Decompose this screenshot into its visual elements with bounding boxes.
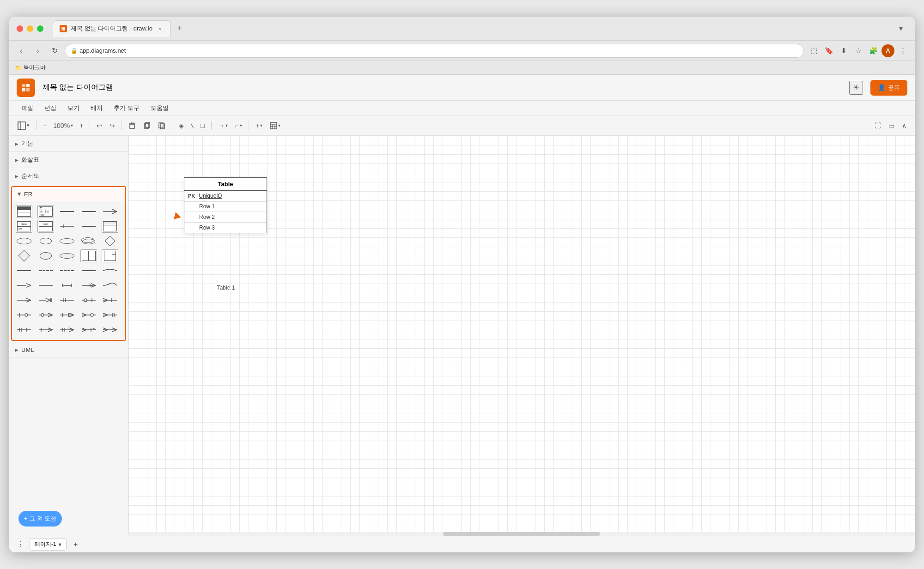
er-crow12[interactable]: [37, 323, 54, 336]
zoom-level[interactable]: 100% ▾: [50, 119, 76, 133]
er-oval2[interactable]: [37, 235, 54, 248]
table-button[interactable]: ▾: [267, 119, 283, 133]
fit-screen-button[interactable]: ⛶: [872, 119, 884, 133]
er-connector-line3[interactable]: [102, 205, 118, 218]
collapse-button[interactable]: ∧: [899, 119, 909, 133]
er-crow14[interactable]: [80, 323, 97, 336]
back-button[interactable]: ‹: [15, 44, 28, 57]
er-table-row-1[interactable]: Row 1: [184, 201, 267, 212]
share-button[interactable]: 👤 공유: [870, 80, 907, 96]
er-connector-line1[interactable]: [59, 205, 75, 218]
zoom-in-button[interactable]: +: [77, 119, 86, 133]
er-shape-table2[interactable]: T pkid row: [37, 205, 54, 218]
horizontal-scrollbar[interactable]: [128, 532, 915, 536]
menu-icon[interactable]: ⋮: [896, 44, 909, 57]
menu-view[interactable]: 보기: [63, 102, 84, 114]
delete-button[interactable]: [126, 119, 139, 133]
extension-icon[interactable]: 🧩: [867, 44, 880, 57]
er-shape-page[interactable]: [102, 249, 118, 262]
er-shape-table1[interactable]: [16, 205, 32, 218]
download-icon[interactable]: ⬇: [837, 44, 850, 57]
er-shape-entity2[interactable]: Item: [37, 220, 54, 233]
tab-close-button[interactable]: ×: [156, 25, 164, 32]
copy-style-button[interactable]: [140, 119, 153, 133]
undo-button[interactable]: ↩: [94, 119, 105, 133]
zoom-out-button[interactable]: −: [40, 119, 49, 133]
er-line4[interactable]: [80, 264, 97, 277]
add-shapes-button[interactable]: + 그 외 도형: [18, 511, 62, 527]
er-table-row-2[interactable]: Row 2: [184, 212, 267, 223]
page-tab[interactable]: 페이지-1 ∨: [30, 538, 67, 551]
add-page-button[interactable]: +: [70, 539, 81, 550]
er-oval4[interactable]: [37, 249, 54, 262]
er-oval5[interactable]: [59, 249, 75, 262]
er-crow5[interactable]: [102, 294, 118, 307]
er-conn4[interactable]: [80, 279, 97, 292]
url-bar[interactable]: 🔒 app.diagrams.net: [65, 44, 804, 58]
section-er-header[interactable]: ▶ ER: [12, 187, 125, 201]
er-crow15[interactable]: [102, 323, 118, 336]
er-diamond1[interactable]: [102, 235, 118, 248]
er-crow4[interactable]: [80, 294, 97, 307]
canvas-area[interactable]: Table PK UniqueID Row 1 Row 2 Row 3 Tabl…: [128, 136, 915, 536]
bookmark-icon[interactable]: 🔖: [822, 44, 835, 57]
screenshot-icon[interactable]: ⬚: [808, 44, 821, 57]
er-crow3[interactable]: [59, 294, 75, 307]
er-crow6[interactable]: [16, 309, 32, 321]
er-crow9[interactable]: [80, 309, 97, 321]
er-conn5[interactable]: [102, 279, 118, 292]
fill-color-button[interactable]: ◈: [176, 119, 187, 133]
new-tab-button[interactable]: +: [173, 22, 186, 35]
er-connector-line4[interactable]: [80, 220, 97, 233]
refresh-button[interactable]: ↻: [48, 44, 61, 57]
er-conn1[interactable]: [16, 279, 32, 292]
panel-toggle-button[interactable]: ▾: [15, 119, 32, 133]
menu-extras[interactable]: 추가 도구: [109, 102, 144, 114]
menu-help[interactable]: 도움말: [146, 102, 173, 114]
er-crow7[interactable]: [37, 309, 54, 321]
er-oval1[interactable]: [16, 235, 32, 248]
er-table-row-3[interactable]: Row 3: [184, 223, 267, 233]
paste-style-button[interactable]: [155, 119, 168, 133]
arrow-style-button[interactable]: → ▾: [215, 119, 231, 133]
line-color-button[interactable]: /: [188, 119, 196, 133]
active-tab[interactable]: 제목 없는 다이어그램 - draw.io ×: [53, 20, 170, 37]
shape-button[interactable]: □: [198, 119, 207, 133]
minimize-button[interactable]: [27, 25, 33, 32]
er-shape-rect-split[interactable]: [80, 249, 97, 262]
er-crow8[interactable]: [59, 309, 75, 321]
star-icon[interactable]: ☆: [852, 44, 865, 57]
scrollbar-thumb[interactable]: [443, 532, 600, 536]
maximize-button[interactable]: [37, 25, 43, 32]
er-crow10[interactable]: [102, 309, 118, 321]
er-oval-double[interactable]: [80, 235, 97, 248]
tab-dropdown-button[interactable]: ▾: [894, 22, 907, 35]
er-line2[interactable]: [37, 264, 54, 277]
profile-button[interactable]: A: [881, 44, 894, 57]
er-shape-table3[interactable]: [102, 220, 118, 233]
menu-arrange[interactable]: 배치: [86, 102, 107, 114]
section-basic-header[interactable]: ▶ 기본: [9, 136, 128, 151]
redo-button[interactable]: ↪: [107, 119, 118, 133]
er-line1[interactable]: [16, 264, 32, 277]
er-diamond2[interactable]: [16, 249, 32, 262]
er-crow2[interactable]: [37, 294, 54, 307]
insert-button[interactable]: + ▾: [253, 119, 265, 133]
section-flowchart-header[interactable]: ▶ 순서도: [9, 168, 128, 184]
menu-file[interactable]: 파일: [17, 102, 38, 114]
format-panel-button[interactable]: ▭: [886, 119, 897, 133]
er-crow1[interactable]: [16, 294, 32, 307]
er-connector-tick1[interactable]: [59, 220, 75, 233]
close-button[interactable]: [17, 25, 23, 32]
waypoint-button[interactable]: ⌐ ▾: [232, 119, 245, 133]
er-conn2[interactable]: [37, 279, 54, 292]
more-button[interactable]: ⋮: [15, 539, 26, 550]
section-uml-header[interactable]: ▶ UML: [9, 343, 128, 357]
menu-edit[interactable]: 편집: [40, 102, 61, 114]
forward-button[interactable]: ›: [31, 44, 44, 57]
er-line3[interactable]: [59, 264, 75, 277]
section-arrows-header[interactable]: ▶ 화살표: [9, 152, 128, 168]
er-oval3[interactable]: [59, 235, 75, 248]
er-connector-line2[interactable]: [80, 205, 97, 218]
settings-icon[interactable]: ☀: [849, 81, 863, 95]
